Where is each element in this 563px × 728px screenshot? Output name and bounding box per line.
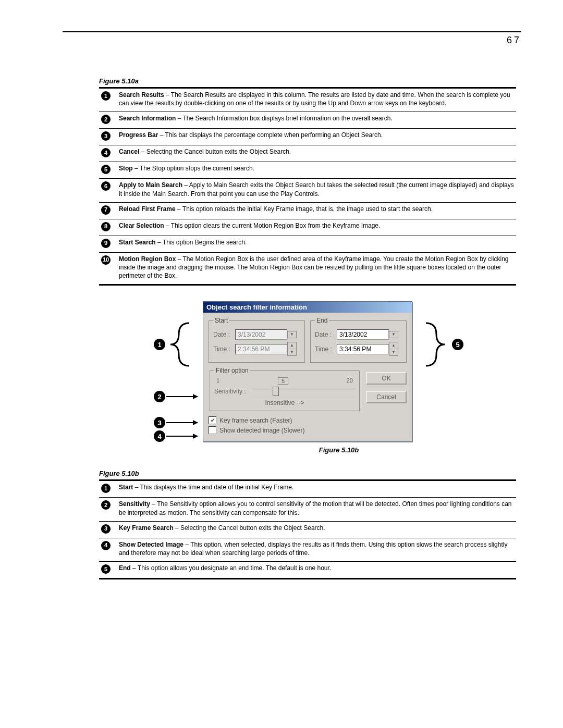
cancel-button[interactable]: Cancel <box>366 391 407 403</box>
start-time-field[interactable]: 2:34:56 PM <box>235 344 287 354</box>
keyframe-label: Key frame search (Faster) <box>219 417 292 424</box>
object-search-dialog: Object search filter information Start D… <box>203 301 412 442</box>
text: – This bar displays the percentage compl… <box>158 131 383 139</box>
bullet-9: 9 <box>101 239 111 248</box>
end-date-label: Date : <box>315 331 337 338</box>
bullet-b2: 2 <box>101 500 111 510</box>
start-legend: Start <box>213 317 229 324</box>
bullet-b3: 3 <box>101 524 111 534</box>
end-time-field[interactable]: 3:34:56 PM <box>337 344 389 354</box>
text: – Selecting the Cancel button exits the … <box>139 148 291 155</box>
bullet-3: 3 <box>101 131 111 141</box>
text: – This option reloads the initial Key Fr… <box>176 205 433 213</box>
term: Search Results <box>119 91 164 98</box>
arrow-4 <box>166 436 198 437</box>
page-number: 67 <box>52 35 521 46</box>
text: – This displays the time and date of the… <box>133 484 293 491</box>
term: Search Information <box>119 115 176 122</box>
figure-a-label: Figure 5.10a <box>99 77 516 85</box>
bullet-4: 4 <box>101 148 111 157</box>
term: Reload First Frame <box>119 205 176 213</box>
sensitivity-label: Sensitivity : <box>214 388 252 395</box>
bullet-8: 8 <box>101 222 111 231</box>
keyframe-checkbox[interactable]: ✔ <box>209 416 216 424</box>
bullet-6: 6 <box>101 181 111 191</box>
end-date-field[interactable]: 3/13/2002 <box>337 329 389 340</box>
anno-2: 2 <box>154 391 165 402</box>
bullet-b5: 5 <box>101 564 111 574</box>
figure-b-table: 1 Start – This displays the time and dat… <box>99 479 516 579</box>
term: Start Search <box>119 239 156 246</box>
bullet-b4: 4 <box>101 541 111 550</box>
showdetected-label: Show detected image (Slower) <box>219 427 304 434</box>
bullet-2: 2 <box>101 115 111 124</box>
end-time-label: Time : <box>315 346 337 353</box>
figure-a-table: 1 Search Results – The Search Results ar… <box>99 87 516 286</box>
text: – The Search Information box displays br… <box>176 115 392 122</box>
term: Cancel <box>119 148 139 155</box>
spinner-icon[interactable]: ▲▼ <box>287 342 297 356</box>
tick-mid: 5 <box>278 377 288 385</box>
term: Start <box>119 484 133 491</box>
ok-button[interactable]: OK <box>366 372 407 385</box>
end-legend: End <box>315 317 329 324</box>
term: Stop <box>119 165 133 172</box>
term: Key Frame Search <box>119 524 174 532</box>
term: Show Detected Image <box>119 541 183 548</box>
anno-1: 1 <box>154 339 165 350</box>
term: Progress Bar <box>119 131 158 139</box>
term: Clear Selection <box>119 222 164 229</box>
text: – This option allows you designate an en… <box>131 564 331 572</box>
text: – The Search Results are displayed in th… <box>119 91 510 107</box>
bullet-1: 1 <box>101 91 111 101</box>
text: – This option clears the current Motion … <box>164 222 381 229</box>
figure-b-caption: Figure 5.10b <box>162 446 516 454</box>
chevron-down-icon[interactable]: ▼ <box>287 331 297 338</box>
anno-4: 4 <box>154 430 165 442</box>
start-group: Start Date : 3/13/2002 ▼ Time : 2:34:56 … <box>209 317 305 363</box>
slider-thumb[interactable] <box>273 387 279 396</box>
text: – This option Begins the search. <box>156 239 247 246</box>
text: – The Stop option stops the current sear… <box>133 165 254 172</box>
insensitive-label: Insensitive --> <box>214 399 355 406</box>
anno-3: 3 <box>154 417 165 428</box>
text: – The Sensitivity option allows you to c… <box>119 500 512 516</box>
bullet-10: 10 <box>101 255 111 265</box>
end-group: End Date : 3/13/2002 ▼ Time : 3:34:56 PM… <box>310 317 407 363</box>
showdetected-checkbox[interactable] <box>209 426 216 434</box>
tick-max: 20 <box>347 377 353 385</box>
brace-right <box>425 321 451 368</box>
chevron-down-icon[interactable]: ▼ <box>389 331 398 338</box>
bullet-5: 5 <box>101 165 111 174</box>
arrow-3 <box>166 422 198 423</box>
figure-b-label: Figure 5.10b <box>99 470 516 477</box>
brace-left <box>164 321 190 368</box>
start-date-field[interactable]: 3/13/2002 <box>235 329 287 340</box>
bullet-b1: 1 <box>101 484 111 493</box>
term: Sensitivity <box>119 500 150 508</box>
term: End <box>119 564 131 572</box>
filter-option-group: Filter option 1 5 20 Sensitivity : <box>210 367 360 411</box>
text: – The Motion Region Box is the user defi… <box>119 255 508 279</box>
anno-5: 5 <box>452 339 463 350</box>
text: – Selecting the Cancel button exits the … <box>174 524 325 532</box>
term: Apply to Main Search <box>119 181 182 189</box>
start-time-label: Time : <box>213 346 235 353</box>
start-date-label: Date : <box>213 331 235 338</box>
spinner-icon[interactable]: ▲▼ <box>389 342 398 356</box>
sensitivity-slider[interactable] <box>252 389 355 397</box>
arrow-2 <box>166 396 198 397</box>
bullet-7: 7 <box>101 205 111 215</box>
filter-legend: Filter option <box>214 367 250 374</box>
dialog-title: Object search filter information <box>203 302 412 313</box>
term: Motion Region Box <box>119 255 176 263</box>
tick-min: 1 <box>216 377 219 385</box>
